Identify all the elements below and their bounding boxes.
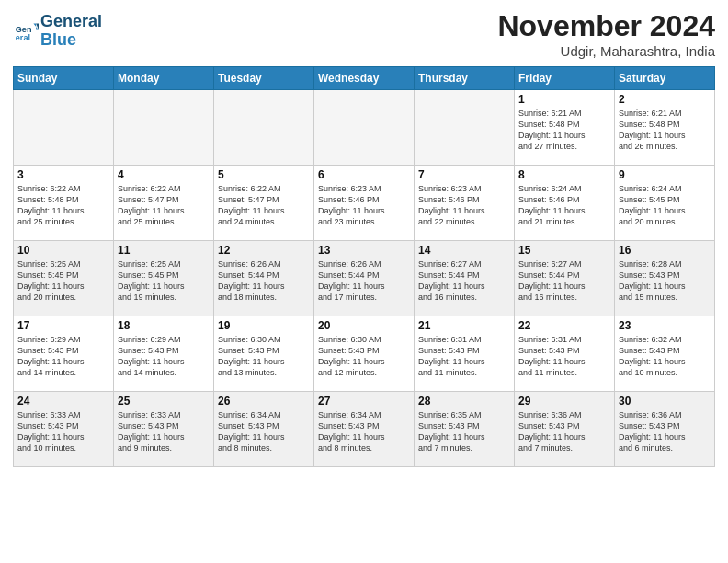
day-number: 19 [218, 319, 310, 332]
cell-info: Sunrise: 6:32 AM Sunset: 5:43 PM Dayligh… [619, 334, 711, 379]
calendar-cell: 14Sunrise: 6:27 AM Sunset: 5:44 PM Dayli… [415, 241, 515, 316]
calendar-cell: 26Sunrise: 6:34 AM Sunset: 5:43 PM Dayli… [214, 392, 314, 467]
cell-info: Sunrise: 6:29 AM Sunset: 5:43 PM Dayligh… [118, 334, 210, 379]
calendar-cell: 29Sunrise: 6:36 AM Sunset: 5:43 PM Dayli… [515, 392, 615, 467]
cell-info: Sunrise: 6:24 AM Sunset: 5:46 PM Dayligh… [518, 183, 610, 228]
header: Gen eral General Blue November 2024 Udgi… [13, 9, 715, 59]
day-number: 4 [118, 168, 210, 181]
day-number: 2 [619, 93, 711, 106]
calendar-cell: 16Sunrise: 6:28 AM Sunset: 5:43 PM Dayli… [615, 241, 715, 316]
cell-info: Sunrise: 6:23 AM Sunset: 5:46 PM Dayligh… [418, 183, 510, 228]
day-number: 27 [318, 395, 410, 408]
calendar-row-2: 10Sunrise: 6:25 AM Sunset: 5:45 PM Dayli… [14, 241, 715, 316]
day-number: 1 [518, 93, 610, 106]
day-number: 10 [17, 244, 109, 257]
calendar-cell: 1Sunrise: 6:21 AM Sunset: 5:48 PM Daylig… [515, 90, 615, 166]
calendar-cell [214, 90, 314, 166]
calendar-cell: 18Sunrise: 6:29 AM Sunset: 5:43 PM Dayli… [114, 316, 214, 392]
weekday-header-row: SundayMondayTuesdayWednesdayThursdayFrid… [14, 67, 715, 90]
calendar-cell: 17Sunrise: 6:29 AM Sunset: 5:43 PM Dayli… [14, 316, 114, 392]
cell-info: Sunrise: 6:34 AM Sunset: 5:43 PM Dayligh… [318, 409, 410, 454]
day-number: 3 [17, 168, 109, 181]
cell-info: Sunrise: 6:25 AM Sunset: 5:45 PM Dayligh… [17, 259, 109, 304]
calendar-row-4: 24Sunrise: 6:33 AM Sunset: 5:43 PM Dayli… [14, 392, 715, 467]
day-number: 22 [518, 319, 610, 332]
calendar-cell: 15Sunrise: 6:27 AM Sunset: 5:44 PM Dayli… [515, 241, 615, 316]
page-container: Gen eral General Blue November 2024 Udgi… [0, 0, 728, 563]
calendar-cell: 11Sunrise: 6:25 AM Sunset: 5:45 PM Dayli… [114, 241, 214, 316]
cell-info: Sunrise: 6:26 AM Sunset: 5:44 PM Dayligh… [218, 259, 310, 304]
cell-info: Sunrise: 6:24 AM Sunset: 5:45 PM Dayligh… [619, 183, 711, 228]
calendar-table: SundayMondayTuesdayWednesdayThursdayFrid… [13, 66, 715, 467]
calendar-cell: 27Sunrise: 6:34 AM Sunset: 5:43 PM Dayli… [314, 392, 415, 467]
day-number: 25 [118, 395, 210, 408]
weekday-header-monday: Monday [114, 67, 214, 90]
day-number: 28 [418, 395, 510, 408]
weekday-header-wednesday: Wednesday [314, 67, 415, 90]
weekday-header-saturday: Saturday [615, 67, 715, 90]
cell-info: Sunrise: 6:33 AM Sunset: 5:43 PM Dayligh… [17, 409, 109, 454]
day-number: 21 [418, 319, 510, 332]
day-number: 7 [418, 168, 510, 181]
day-number: 30 [619, 395, 711, 408]
cell-info: Sunrise: 6:22 AM Sunset: 5:47 PM Dayligh… [118, 183, 210, 228]
calendar-cell: 4Sunrise: 6:22 AM Sunset: 5:47 PM Daylig… [114, 166, 214, 241]
logo-text: General Blue [40, 13, 102, 50]
calendar-cell [314, 90, 415, 166]
calendar-cell: 25Sunrise: 6:33 AM Sunset: 5:43 PM Dayli… [114, 392, 214, 467]
calendar-cell: 5Sunrise: 6:22 AM Sunset: 5:47 PM Daylig… [214, 166, 314, 241]
cell-info: Sunrise: 6:30 AM Sunset: 5:43 PM Dayligh… [218, 334, 310, 379]
day-number: 8 [518, 168, 610, 181]
day-number: 23 [619, 319, 711, 332]
calendar-cell: 20Sunrise: 6:30 AM Sunset: 5:43 PM Dayli… [314, 316, 415, 392]
cell-info: Sunrise: 6:28 AM Sunset: 5:43 PM Dayligh… [619, 259, 711, 304]
day-number: 12 [218, 244, 310, 257]
cell-info: Sunrise: 6:23 AM Sunset: 5:46 PM Dayligh… [318, 183, 410, 228]
cell-info: Sunrise: 6:22 AM Sunset: 5:48 PM Dayligh… [17, 183, 109, 228]
calendar-cell: 7Sunrise: 6:23 AM Sunset: 5:46 PM Daylig… [415, 166, 515, 241]
day-number: 16 [619, 244, 711, 257]
cell-info: Sunrise: 6:36 AM Sunset: 5:43 PM Dayligh… [518, 409, 610, 454]
day-number: 15 [518, 244, 610, 257]
month-title: November 2024 [497, 9, 715, 43]
day-number: 9 [619, 168, 711, 181]
weekday-header-friday: Friday [515, 67, 615, 90]
calendar-cell [415, 90, 515, 166]
cell-info: Sunrise: 6:31 AM Sunset: 5:43 PM Dayligh… [518, 334, 610, 379]
day-number: 26 [218, 395, 310, 408]
cell-info: Sunrise: 6:26 AM Sunset: 5:44 PM Dayligh… [318, 259, 410, 304]
svg-text:eral: eral [16, 33, 30, 42]
calendar-cell: 22Sunrise: 6:31 AM Sunset: 5:43 PM Dayli… [515, 316, 615, 392]
day-number: 20 [318, 319, 410, 332]
day-number: 14 [418, 244, 510, 257]
cell-info: Sunrise: 6:29 AM Sunset: 5:43 PM Dayligh… [17, 334, 109, 379]
cell-info: Sunrise: 6:30 AM Sunset: 5:43 PM Dayligh… [318, 334, 410, 379]
calendar-cell: 9Sunrise: 6:24 AM Sunset: 5:45 PM Daylig… [615, 166, 715, 241]
calendar-cell: 23Sunrise: 6:32 AM Sunset: 5:43 PM Dayli… [615, 316, 715, 392]
calendar-cell: 2Sunrise: 6:21 AM Sunset: 5:48 PM Daylig… [615, 90, 715, 166]
cell-info: Sunrise: 6:33 AM Sunset: 5:43 PM Dayligh… [118, 409, 210, 454]
cell-info: Sunrise: 6:31 AM Sunset: 5:43 PM Dayligh… [418, 334, 510, 379]
title-block: November 2024 Udgir, Maharashtra, India [497, 9, 715, 59]
calendar-cell: 28Sunrise: 6:35 AM Sunset: 5:43 PM Dayli… [415, 392, 515, 467]
calendar-cell [14, 90, 114, 166]
day-number: 17 [17, 319, 109, 332]
cell-info: Sunrise: 6:27 AM Sunset: 5:44 PM Dayligh… [418, 259, 510, 304]
cell-info: Sunrise: 6:21 AM Sunset: 5:48 PM Dayligh… [619, 108, 711, 153]
weekday-header-sunday: Sunday [14, 67, 114, 90]
location: Udgir, Maharashtra, India [497, 43, 715, 59]
logo-icon: Gen eral [13, 18, 39, 44]
calendar-cell: 10Sunrise: 6:25 AM Sunset: 5:45 PM Dayli… [14, 241, 114, 316]
calendar-cell: 3Sunrise: 6:22 AM Sunset: 5:48 PM Daylig… [14, 166, 114, 241]
calendar-cell: 21Sunrise: 6:31 AM Sunset: 5:43 PM Dayli… [415, 316, 515, 392]
calendar-cell: 8Sunrise: 6:24 AM Sunset: 5:46 PM Daylig… [515, 166, 615, 241]
weekday-header-thursday: Thursday [415, 67, 515, 90]
cell-info: Sunrise: 6:36 AM Sunset: 5:43 PM Dayligh… [619, 409, 711, 454]
calendar-row-1: 3Sunrise: 6:22 AM Sunset: 5:48 PM Daylig… [14, 166, 715, 241]
cell-info: Sunrise: 6:34 AM Sunset: 5:43 PM Dayligh… [218, 409, 310, 454]
cell-info: Sunrise: 6:35 AM Sunset: 5:43 PM Dayligh… [418, 409, 510, 454]
day-number: 24 [17, 395, 109, 408]
calendar-cell [114, 90, 214, 166]
calendar-row-0: 1Sunrise: 6:21 AM Sunset: 5:48 PM Daylig… [14, 90, 715, 166]
calendar-cell: 19Sunrise: 6:30 AM Sunset: 5:43 PM Dayli… [214, 316, 314, 392]
